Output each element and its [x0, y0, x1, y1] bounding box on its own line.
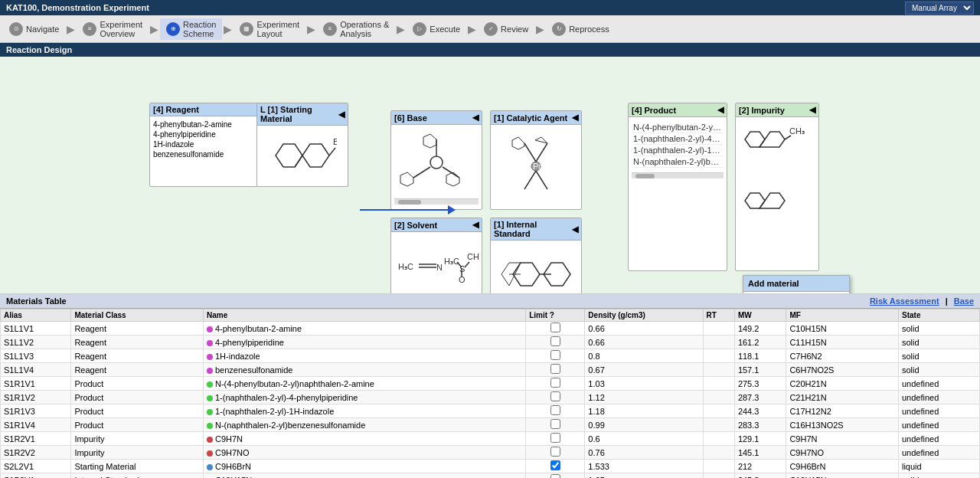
- cell-mw: 145.1: [734, 446, 786, 460]
- product-card-controls[interactable]: ◀: [717, 105, 724, 115]
- limit-checkbox[interactable]: [550, 460, 560, 470]
- cell-limit[interactable]: [526, 363, 585, 377]
- catalytic-card-body: Pd: [491, 125, 581, 201]
- internal-std-card-header: [1] Internal Standard ◀: [491, 218, 581, 241]
- cell-mw: 283.3: [734, 418, 786, 432]
- cell-limit[interactable]: [526, 460, 585, 473]
- limit-checkbox[interactable]: [550, 405, 560, 415]
- cell-alias: S1L1V1: [1, 322, 71, 336]
- impurity-card-controls[interactable]: ◀: [809, 105, 815, 115]
- starting-material-controls[interactable]: ◀: [338, 110, 345, 120]
- internal-std-card-controls[interactable]: ◀: [572, 224, 578, 234]
- cell-name: C9H7N: [203, 432, 525, 446]
- cell-limit[interactable]: [526, 391, 585, 404]
- solvent-mol-svg: H₃C N H₃C S CH₃ O: [394, 235, 479, 294]
- navigate-icon: ⊙: [9, 22, 23, 36]
- col-state: State: [898, 309, 979, 322]
- product-card-scrollbar[interactable]: [632, 172, 724, 178]
- cell-alias: S1R1V3: [1, 404, 71, 418]
- base-link[interactable]: Base: [954, 296, 974, 306]
- catalytic-card-controls[interactable]: ◀: [572, 113, 578, 123]
- cell-state: solid: [898, 349, 979, 363]
- cell-alias: S2L2V1: [1, 460, 71, 473]
- table-row[interactable]: S1L1V2Reagent4-phenylpiperidine0.66161.2…: [1, 336, 980, 349]
- table-row[interactable]: S1R1V1ProductN-(4-phenylbutan-2-yl)napht…: [1, 377, 980, 391]
- table-row[interactable]: S1L1V1Reagent4-phenylbutan-2-amine0.6614…: [1, 322, 980, 336]
- limit-checkbox[interactable]: [550, 447, 560, 457]
- cell-mf: C11H15N: [786, 336, 899, 349]
- table-row[interactable]: S1R1V3Product1-(naphthalen-2-yl)-1H-inda…: [1, 404, 980, 418]
- nav-step-operations-analysis[interactable]: ≡ Operations &Analysis: [317, 18, 395, 40]
- cell-alias: S1R1V2: [1, 391, 71, 404]
- limit-checkbox[interactable]: [550, 391, 560, 401]
- limit-checkbox[interactable]: [550, 433, 560, 443]
- risk-assessment-link[interactable]: Risk Assessment: [870, 296, 939, 306]
- table-row[interactable]: S1R1V4ProductN-(naphthalen-2-yl)benzenes…: [1, 418, 980, 432]
- cell-limit[interactable]: [526, 473, 585, 479]
- nav-arrow-1: ▶: [65, 23, 77, 35]
- table-row[interactable]: S1L1V4Reagentbenzenesulfonamide0.67157.1…: [1, 363, 980, 377]
- table-scroll-area[interactable]: Alias Material Class Name Limit ? Densit…: [0, 309, 980, 478]
- cell-limit[interactable]: [526, 446, 585, 460]
- cell-alias: S1R2V2: [1, 446, 71, 460]
- base-card-controls[interactable]: ◀: [472, 113, 479, 123]
- nav-bar: ⊙ Navigate ▶ ≡ ExperimentOverview ▶ ⊕ Re…: [0, 15, 980, 43]
- cell-limit[interactable]: [526, 432, 585, 446]
- cell-state: liquid: [898, 460, 979, 473]
- popup-header: Add material: [743, 276, 849, 292]
- arrow-line: [360, 209, 448, 211]
- cell-mf: C7H6N2: [786, 349, 899, 363]
- table-row[interactable]: S1B2V1Internal StandardC18H15N1.65245.3C…: [1, 473, 980, 479]
- table-row[interactable]: S1R1V2Product1-(naphthalen-2-yl)-4-pheny…: [1, 391, 980, 404]
- table-row[interactable]: S1L1V3Reagent1H-indazole0.8118.1C7H6N2so…: [1, 349, 980, 363]
- nav-step-experiment-overview[interactable]: ≡ ExperimentOverview: [77, 18, 149, 40]
- cell-limit[interactable]: [526, 349, 585, 363]
- solvent-card-controls[interactable]: ◀: [472, 220, 479, 230]
- cell-density: 0.66: [585, 336, 703, 349]
- nav-step-reaction-scheme[interactable]: ⊕ ReactionScheme: [160, 18, 222, 40]
- cell-state: solid: [898, 336, 979, 349]
- table-row[interactable]: S1R2V2ImpurityC9H7NO0.76145.1C9H7NOundef…: [1, 446, 980, 460]
- cell-density: 0.6: [585, 432, 703, 446]
- limit-checkbox[interactable]: [550, 364, 560, 374]
- cell-limit[interactable]: [526, 322, 585, 336]
- cell-limit[interactable]: [526, 336, 585, 349]
- cell-rt: [703, 446, 734, 460]
- product-scrollbar-thumb: [635, 174, 655, 178]
- mode-select[interactable]: Manual Array: [905, 2, 974, 15]
- cell-class: Product: [71, 418, 204, 432]
- table-row[interactable]: S1R2V1ImpurityC9H7N0.6129.1C9H7Nundefine…: [1, 432, 980, 446]
- cell-name: 1-(naphthalen-2-yl)-1H-indazole: [203, 404, 525, 418]
- table-row[interactable]: S2L2V1Starting MaterialC9H6BrN1.533212C9…: [1, 460, 980, 473]
- nav-step-review[interactable]: ✓ Review: [478, 21, 534, 38]
- cell-limit[interactable]: [526, 404, 585, 418]
- limit-checkbox[interactable]: [550, 336, 560, 346]
- impurity-card-title: [2] Impurity: [739, 106, 785, 115]
- cell-class: Reagent: [71, 322, 204, 336]
- cell-mf: C21H21N: [786, 391, 899, 404]
- nav-step-execute[interactable]: ▷ Execute: [407, 21, 466, 38]
- nav-step-navigate[interactable]: ⊙ Navigate: [3, 21, 65, 38]
- cell-limit[interactable]: [526, 418, 585, 432]
- cell-class: Reagent: [71, 349, 204, 363]
- cell-mw: 212: [734, 460, 786, 473]
- nav-step-review-label: Review: [501, 25, 528, 34]
- limit-checkbox[interactable]: [550, 474, 560, 478]
- nav-step-reprocess[interactable]: ↻ Reprocess: [546, 21, 616, 38]
- limit-checkbox[interactable]: [550, 350, 560, 360]
- cell-class: Impurity: [71, 432, 204, 446]
- limit-checkbox[interactable]: [550, 322, 560, 332]
- popup-draw-item[interactable]: Draw: [743, 292, 849, 294]
- limit-checkbox[interactable]: [550, 378, 560, 388]
- limit-checkbox[interactable]: [550, 419, 560, 429]
- starting-material-title: L [1] Starting Material: [260, 105, 338, 123]
- nav-step-experiment-layout[interactable]: ▦ ExperimentLayout: [234, 18, 305, 40]
- svg-marker-16: [535, 137, 547, 143]
- section-header: Reaction Design: [0, 43, 980, 57]
- svg-line-13: [524, 171, 536, 189]
- execute-icon: ▷: [413, 22, 426, 36]
- svg-marker-7: [400, 172, 413, 186]
- cell-rt: [703, 473, 734, 479]
- cell-rt: [703, 391, 734, 404]
- cell-limit[interactable]: [526, 377, 585, 391]
